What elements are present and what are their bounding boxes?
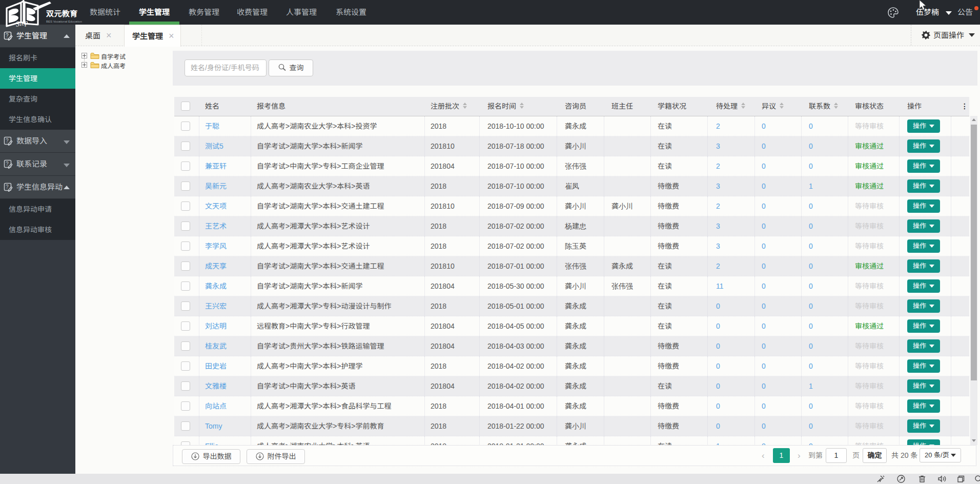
svg-text:Step: Step [15,18,28,28]
svg-text:?: ? [6,138,9,144]
svg-text:?: ? [6,161,9,167]
svg-text:?: ? [6,33,9,38]
svg-text:?: ? [6,184,9,190]
